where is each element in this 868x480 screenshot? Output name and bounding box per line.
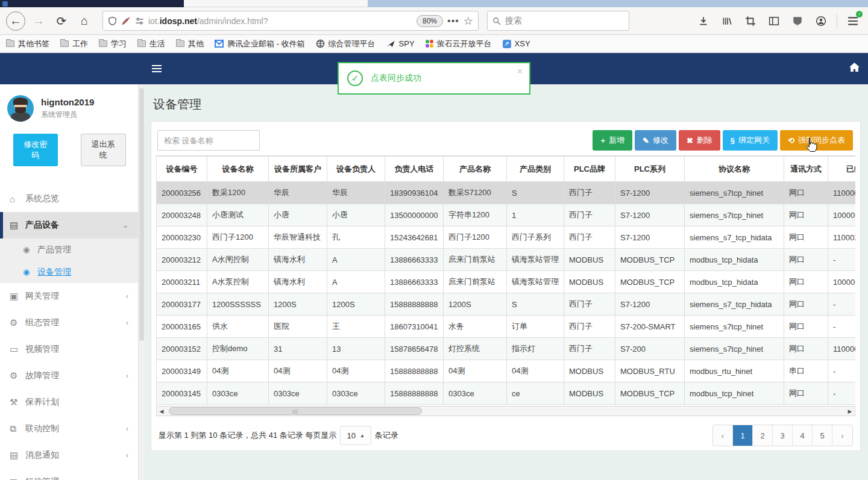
shield-icon[interactable] <box>108 16 117 26</box>
forward-button[interactable]: → <box>29 11 48 31</box>
change-password-button[interactable]: 修改密码 <box>13 134 58 166</box>
sidebar-item-故障管理[interactable]: ⚙故障管理‹ <box>0 363 138 389</box>
table-row[interactable]: 20000314904测04测04测1588888888804测04测MODBU… <box>157 360 856 382</box>
column-header[interactable]: 负责人电话 <box>385 157 444 182</box>
bookmark-item[interactable]: SPY <box>386 39 415 48</box>
table-row[interactable]: 2000031771200SSSSSS1200S1200S15888888888… <box>157 293 856 316</box>
permissions-icon[interactable] <box>135 17 144 25</box>
menu-icon[interactable]: ↑ <box>844 12 862 30</box>
删除-button[interactable]: ✖删除 <box>679 130 720 151</box>
bookmark-item[interactable]: 腾讯企业邮箱 - 收件箱 <box>215 39 305 49</box>
app-home-icon[interactable] <box>849 63 860 72</box>
sidebar-item-label: 视频管理 <box>25 344 59 355</box>
column-header[interactable]: 产品名称 <box>444 157 507 182</box>
page-actions-icon[interactable]: ••• <box>447 16 459 26</box>
page-prev-button[interactable]: ‹ <box>713 425 733 446</box>
column-header[interactable]: 产品类别 <box>507 157 564 182</box>
bookmark-item[interactable]: 萤石云开放平台 <box>426 39 492 49</box>
bookmark-item[interactable]: ↗XSY <box>503 39 530 48</box>
sidebar-collapse-icon[interactable] <box>145 58 169 79</box>
column-header[interactable]: 设备所属客户 <box>269 157 327 182</box>
account-icon[interactable] <box>812 12 830 30</box>
column-header[interactable]: 已绑定网关 <box>828 157 856 182</box>
sidebar-item-网关管理[interactable]: ▣网关管理‹ <box>0 283 138 310</box>
toast-close-icon[interactable]: ✕ <box>517 67 523 76</box>
reload-button[interactable]: ⟳ <box>52 11 71 31</box>
page-button-4[interactable]: 4 <box>793 425 813 446</box>
column-header[interactable]: PLC品牌 <box>564 157 615 182</box>
table-row[interactable]: 200003248小唐测试小唐小唐13500000000字符串12001西门子S… <box>157 204 856 226</box>
table-row[interactable]: 200003152控制demo311315878656478灯控系统指示灯西门子… <box>157 338 856 360</box>
pocket-icon[interactable] <box>788 12 807 30</box>
button-label: 新增 <box>609 135 624 146</box>
url-text[interactable]: iot.idosp.net/admin/index.html? <box>148 16 412 26</box>
dot-circle-icon: ◉ <box>23 267 37 276</box>
back-button[interactable]: ← <box>6 11 25 31</box>
column-header[interactable]: 协议名称 <box>685 157 784 182</box>
table-row[interactable]: 200003212A水闸控制镇海水利A13886663333庶来门前泵站镇海泵站… <box>157 249 856 271</box>
browser-search-box[interactable]: 搜索 <box>487 11 629 31</box>
horizontal-scrollbar[interactable]: ◀ ||| ▶ <box>156 406 855 416</box>
page-size-select[interactable]: 10 ▲ <box>340 426 371 445</box>
blocked-content-icon[interactable] <box>121 16 131 26</box>
sidebar-item-设备管理[interactable]: ◉设备管理 <box>0 261 138 283</box>
device-search-input[interactable] <box>157 130 260 151</box>
bookmark-item[interactable]: 综合管理平台 <box>316 39 376 49</box>
page-button-1[interactable]: 1 <box>733 425 753 446</box>
绑定网关-button[interactable]: §绑定网关 <box>723 130 778 151</box>
bookmark-item[interactable]: 生活 <box>137 39 165 49</box>
table-cell: 网口 <box>784 293 828 316</box>
page-button-5[interactable]: 5 <box>813 425 832 446</box>
修改-button[interactable]: ✎修改 <box>635 130 676 151</box>
sidebar-item-系统总览[interactable]: ⌂系统总览 <box>0 185 138 212</box>
column-header[interactable]: 设备编号 <box>157 157 207 182</box>
scroll-left-icon[interactable]: ◀ <box>157 408 166 414</box>
bookmark-item[interactable]: 其他 <box>176 39 204 49</box>
page-next-button[interactable]: › <box>832 425 852 446</box>
zoom-level-badge[interactable]: 80% <box>417 15 443 27</box>
column-header[interactable]: 通讯方式 <box>784 157 828 182</box>
column-header[interactable]: 设备负责人 <box>327 157 385 182</box>
bookmark-item[interactable]: 学习 <box>99 39 127 49</box>
sidebar-toggle-icon[interactable] <box>765 12 783 30</box>
sidebar-item-label: 组态管理 <box>25 317 59 328</box>
scroll-right-icon[interactable]: ▶ <box>845 408 855 414</box>
column-header[interactable]: PLC系列 <box>615 157 685 182</box>
table-row[interactable]: 2000031450303ce0303ce0303ce1588888888803… <box>157 382 856 405</box>
table-cell: MODBUS <box>564 271 615 293</box>
column-header[interactable]: 设备名称 <box>207 157 269 182</box>
logout-button[interactable]: 退出系统 <box>81 134 127 166</box>
table-row[interactable]: 200003211A水泵控制镇海水利A13886663333庶来门前泵站镇海泵站… <box>157 271 856 293</box>
scrollbar-thumb[interactable] <box>139 88 144 341</box>
bookmark-star-icon[interactable]: ☆ <box>464 14 473 28</box>
新增-button[interactable]: +新增 <box>593 130 632 151</box>
sidebar-scrollbar[interactable] <box>139 84 145 480</box>
table-row[interactable]: 200003256数采1200华辰华辰18390936104数采S71200S西… <box>157 182 856 204</box>
sidebar-item-产品设备[interactable]: ▤产品设备⌄ <box>0 212 138 238</box>
browser-tab-active[interactable] <box>0 0 184 7</box>
sidebar-item-短信管理[interactable]: ✉短信管理 <box>0 469 138 480</box>
sidebar-item-保养计划[interactable]: ⚒保养计划 <box>0 389 138 416</box>
table-cell: 0303ce <box>444 382 507 405</box>
browser-home-button[interactable]: ⌂ <box>75 11 94 31</box>
page-button-3[interactable]: 3 <box>773 425 793 446</box>
sidebar-item-视频管理[interactable]: ▭视频管理 <box>0 336 138 363</box>
url-bar[interactable]: iot.idosp.net/admin/index.html? 80% ••• … <box>102 11 479 31</box>
bookmark-item[interactable]: 其他书签 <box>6 39 49 49</box>
scroll-track[interactable]: ||| <box>166 407 845 416</box>
sidebar-item-消息通知[interactable]: ▤消息通知‹ <box>0 442 138 469</box>
sidebar-item-产品管理[interactable]: ◉产品管理 <box>0 238 138 261</box>
library-icon[interactable] <box>718 12 736 30</box>
bookmark-item[interactable]: 工作 <box>60 39 88 49</box>
downloads-icon[interactable] <box>694 12 712 30</box>
scroll-thumb[interactable]: ||| <box>169 407 422 415</box>
folder-icon <box>60 40 69 47</box>
page-button-2[interactable]: 2 <box>753 425 773 446</box>
table-cell: 小唐测试 <box>207 204 269 226</box>
screenshot-icon[interactable] <box>741 12 760 30</box>
table-row[interactable]: 200003230西门子1200华辰智通科技孔15243642681西门子120… <box>157 226 856 249</box>
table-cell: 18390936104 <box>385 182 444 204</box>
table-row[interactable]: 200003165供水医院王18607310041水务订单西门子S7-200-S… <box>157 316 856 338</box>
sidebar-item-联动控制[interactable]: ⧉联动控制‹ <box>0 416 138 442</box>
sidebar-item-组态管理[interactable]: ⚙组态管理‹ <box>0 310 138 336</box>
